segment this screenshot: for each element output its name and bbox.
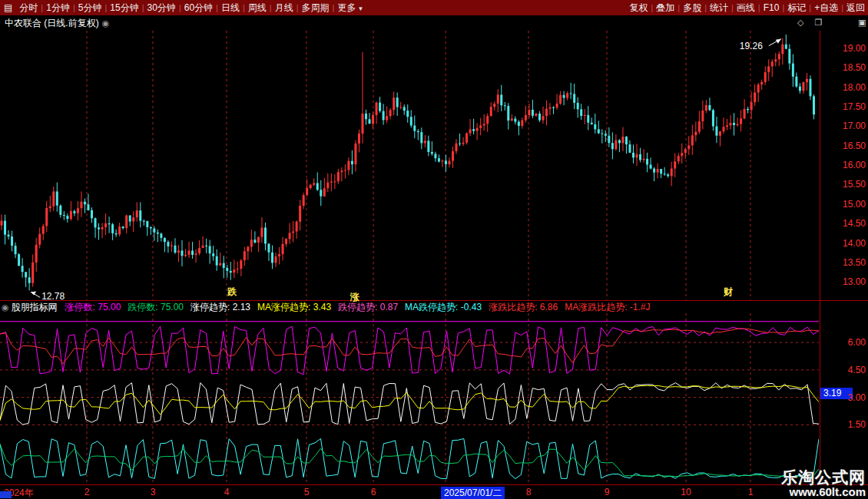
menu-item-7[interactable]: 周线 xyxy=(245,2,270,15)
period-menu-items: 分时|1分钟|5分钟|15分钟|30分钟|60分钟|日线|周线|月线|多周期|更… xyxy=(16,2,366,15)
period-menu: ▤ 分时|1分钟|5分钟|15分钟|30分钟|60分钟|日线|周线|月线|多周期… xyxy=(0,2,366,15)
menu-item-right-2[interactable]: 多股 xyxy=(680,2,704,15)
tools-menu: 复权|叠加|多股|统计|画线|F10|标记|+自选|返回 xyxy=(626,2,868,15)
svg-text:19.26: 19.26 xyxy=(740,41,763,51)
time-label: 8 xyxy=(526,487,532,497)
title-bar: 中农联合 (日线.前复权) ◉ xyxy=(0,15,868,31)
panel-icon[interactable]: ▣ xyxy=(858,18,866,28)
watermark-url: www.60lt.com xyxy=(781,486,866,499)
indicator-field-1: 跌停数: 75.00 xyxy=(128,302,184,312)
menu-item-right-6[interactable]: 标记 xyxy=(784,2,809,15)
price-tick: 13.00 xyxy=(843,276,866,287)
chevron-down-icon: ▼ xyxy=(357,5,363,12)
menu-item-right-8[interactable]: 返回 xyxy=(843,2,868,15)
indicator-field-6: 涨跌比趋势: 6.86 xyxy=(489,302,558,312)
time-label: 10 xyxy=(681,487,691,497)
indicator-axis: 3.19 6.004.503.001.50 xyxy=(820,313,868,485)
chart-marker: 财 xyxy=(724,286,733,299)
title-dropdown-icon[interactable]: ◉ xyxy=(102,18,110,28)
time-axis: 2024年234562025/07/01/二89101 xyxy=(0,485,868,499)
indicator-fields: 涨停数: 75.00跌停数: 75.00涨停趋势: 2.13MA涨停趋势: 3.… xyxy=(65,302,658,313)
window-restore-icon[interactable]: ❐ xyxy=(814,18,822,28)
price-tick: 18.00 xyxy=(843,82,866,93)
watermark-site-name: 乐淘公式网 xyxy=(781,468,866,487)
indicator-tick: 3.00 xyxy=(848,392,866,403)
price-tick: 16.00 xyxy=(843,160,866,170)
menu-item-right-4[interactable]: 画线 xyxy=(734,2,758,15)
axis-separator xyxy=(820,31,820,485)
status-icon[interactable] xyxy=(0,491,12,498)
indicator-chart[interactable] xyxy=(0,313,819,485)
indicator-field-2: 涨停趋势: 2.13 xyxy=(190,302,250,312)
indicator-tick: 4.50 xyxy=(848,365,866,375)
menu-item-1[interactable]: 1分钟 xyxy=(43,2,73,15)
price-tick: 17.50 xyxy=(843,101,866,112)
price-tick: 15.00 xyxy=(843,199,866,210)
price-tick: 15.50 xyxy=(843,179,866,190)
crosshair-date-label: 2025/07/01/二 xyxy=(441,487,505,499)
price-axis: 19.0018.5018.0017.5017.0016.5016.0015.50… xyxy=(820,31,868,301)
price-tick: 13.50 xyxy=(843,257,866,268)
menu-bar: ▤ 分时|1分钟|5分钟|15分钟|30分钟|60分钟|日线|周线|月线|多周期… xyxy=(0,0,868,15)
indicator-header[interactable]: ◉ 股朋指标网 涨停数: 75.00跌停数: 75.00涨停趋势: 2.13MA… xyxy=(2,302,819,313)
diamond-icon[interactable]: ◇ xyxy=(797,18,803,28)
menu-item-9[interactable]: 多周期 xyxy=(299,2,333,15)
time-label: 1 xyxy=(748,487,754,497)
price-tick: 18.50 xyxy=(843,62,866,73)
indicator-field-4: 跌停趋势: 0.87 xyxy=(338,302,398,312)
menu-item-8[interactable]: 月线 xyxy=(272,2,297,15)
time-label: 3 xyxy=(151,487,156,497)
menu-item-right-5[interactable]: F10 xyxy=(760,2,783,13)
chart-marker: 涨 xyxy=(350,291,359,304)
menu-item-0[interactable]: 分时 xyxy=(16,2,41,15)
menu-item-3[interactable]: 15分钟 xyxy=(107,2,141,15)
price-tick: 14.50 xyxy=(843,218,866,229)
indicator-field-0: 涨停数: 75.00 xyxy=(65,302,121,312)
indicator-tick: 1.50 xyxy=(848,419,866,430)
price-tick: 14.00 xyxy=(843,238,866,249)
app-grid-icon[interactable]: ▤ xyxy=(0,2,16,13)
stock-title: 中农联合 (日线.前复权) xyxy=(5,17,99,30)
time-label: 6 xyxy=(371,487,376,497)
price-tick: 16.50 xyxy=(843,140,866,151)
menu-item-2[interactable]: 5分钟 xyxy=(75,2,105,15)
time-label: 4 xyxy=(224,487,230,497)
time-label: 2 xyxy=(84,487,90,497)
indicator-field-7: MA涨跌比趋势: -1.#J xyxy=(565,302,650,312)
menu-item-6[interactable]: 日线 xyxy=(218,2,243,15)
indicator-field-3: MA涨停趋势: 3.43 xyxy=(257,302,331,312)
indicator-tick: 6.00 xyxy=(848,337,866,348)
time-label: 5 xyxy=(304,487,310,497)
menu-item-5[interactable]: 60分钟 xyxy=(181,2,216,15)
time-label: 9 xyxy=(605,487,610,497)
indicator-field-5: MA跌停趋势: -0.43 xyxy=(405,302,482,312)
price-tick: 17.00 xyxy=(843,121,866,131)
separator xyxy=(0,300,868,301)
candlestick-chart[interactable]: 19.2612.78 xyxy=(0,31,819,301)
menu-item-4[interactable]: 30分钟 xyxy=(144,2,179,15)
menu-item-right-3[interactable]: 统计 xyxy=(707,2,731,15)
menu-item-right-7[interactable]: +自选 xyxy=(811,2,841,15)
menu-item-10[interactable]: 更多▼ xyxy=(334,2,366,15)
price-tick: 19.00 xyxy=(843,43,866,54)
watermark: 乐淘公式网 www.60lt.com xyxy=(781,468,866,499)
indicator-icon: ◉ xyxy=(2,302,9,312)
menu-item-right-0[interactable]: 复权 xyxy=(626,2,651,15)
menu-item-right-1[interactable]: 叠加 xyxy=(653,2,678,15)
chart-marker: 跌 xyxy=(227,286,237,299)
indicator-name: 股朋指标网 xyxy=(12,302,58,313)
